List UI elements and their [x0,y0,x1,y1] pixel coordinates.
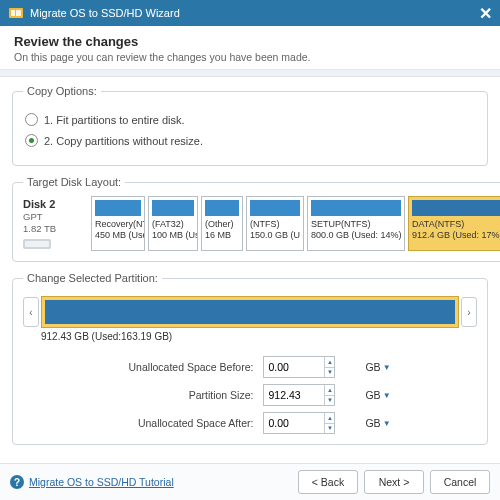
partition-block[interactable]: SETUP(NTFS)800.0 GB (Used: 14%) [307,196,405,251]
page-subtitle: On this page you can review the changes … [14,51,486,63]
unit-dropdown[interactable]: GB▼ [365,389,390,401]
radio-icon [25,134,38,147]
tutorial-label: Migrate OS to SSD/HD Tutorial [29,476,174,488]
unit-dropdown[interactable]: GB▼ [365,361,390,373]
disk-type: GPT [23,211,43,222]
svg-rect-4 [25,241,49,247]
header-separator [0,70,500,77]
page-header: Review the changes On this page you can … [0,26,500,70]
wizard-footer: ? Migrate OS to SSD/HD Tutorial < Back N… [0,463,500,500]
partition-size-field[interactable] [264,385,324,405]
app-icon [8,5,24,21]
partition-bar: Recovery(NTFS)450 MB (Used(FAT32)100 MB … [91,196,500,251]
disk-capacity: 1.82 TB [23,223,56,234]
tutorial-link[interactable]: ? Migrate OS to SSD/HD Tutorial [10,475,174,489]
radio-fit-partitions[interactable]: 1. Fit partitions to entire disk. [25,113,475,126]
selected-partition-label: 912.43 GB (Used:163.19 GB) [23,331,477,342]
chevron-down-icon: ▼ [383,419,391,428]
unalloc-after-input[interactable]: ▲▼ [263,412,335,434]
help-icon: ? [10,475,24,489]
unit-dropdown[interactable]: GB▼ [365,417,390,429]
radio-fit-label: 1. Fit partitions to entire disk. [44,114,185,126]
hard-disk-icon [23,237,51,251]
target-disk-layout-legend: Target Disk Layout: [23,176,125,188]
copy-options-legend: Copy Options: [23,85,101,97]
back-button[interactable]: < Back [298,470,358,494]
spinner-up-icon[interactable]: ▲ [324,413,334,424]
spinner-up-icon[interactable]: ▲ [324,385,334,396]
close-icon[interactable]: ✕ [479,4,492,23]
disk-info: Disk 2 GPT 1.82 TB [23,196,87,251]
partition-block[interactable]: (FAT32)100 MB (Used [148,196,198,251]
partition-size-input[interactable]: ▲▼ [263,384,335,406]
svg-rect-2 [16,10,21,16]
unalloc-before-input[interactable]: ▲▼ [263,356,335,378]
partition-block[interactable]: DATA(NTFS)912.4 GB (Used: 17%) [408,196,500,251]
change-partition-group: Change Selected Partition: ‹ › 912.43 GB… [12,272,488,445]
spinner-down-icon[interactable]: ▼ [324,396,334,406]
partition-block[interactable]: (NTFS)150.0 GB (U [246,196,304,251]
unalloc-before-label: Unallocated Space Before: [109,361,259,373]
chevron-down-icon: ▼ [383,391,391,400]
window-title: Migrate OS to SSD/HD Wizard [30,7,180,19]
radio-copy-label: 2. Copy partitions without resize. [44,135,203,147]
chevron-right-icon[interactable]: › [461,297,477,327]
unalloc-after-label: Unallocated Space After: [109,417,259,429]
radio-icon [25,113,38,126]
radio-copy-without-resize[interactable]: 2. Copy partitions without resize. [25,134,475,147]
chevron-left-icon[interactable]: ‹ [23,297,39,327]
page-title: Review the changes [14,34,486,49]
cancel-button[interactable]: Cancel [430,470,490,494]
chevron-down-icon: ▼ [383,363,391,372]
spinner-down-icon[interactable]: ▼ [324,368,334,378]
partition-block[interactable]: (Other)16 MB [201,196,243,251]
svg-rect-1 [11,10,15,16]
change-partition-legend: Change Selected Partition: [23,272,162,284]
titlebar: Migrate OS to SSD/HD Wizard ✕ [0,0,500,26]
partition-size-label: Partition Size: [109,389,259,401]
spinner-down-icon[interactable]: ▼ [324,424,334,434]
copy-options-group: Copy Options: 1. Fit partitions to entir… [12,85,488,166]
partition-block[interactable]: Recovery(NTFS)450 MB (Used [91,196,145,251]
disk-name: Disk 2 [23,198,55,210]
partition-size-slider[interactable] [41,296,459,328]
target-disk-layout-group: Target Disk Layout: Disk 2 GPT 1.82 TB R… [12,176,500,262]
unalloc-before-field[interactable] [264,357,324,377]
unalloc-after-field[interactable] [264,413,324,433]
next-button[interactable]: Next > [364,470,424,494]
spinner-up-icon[interactable]: ▲ [324,357,334,368]
